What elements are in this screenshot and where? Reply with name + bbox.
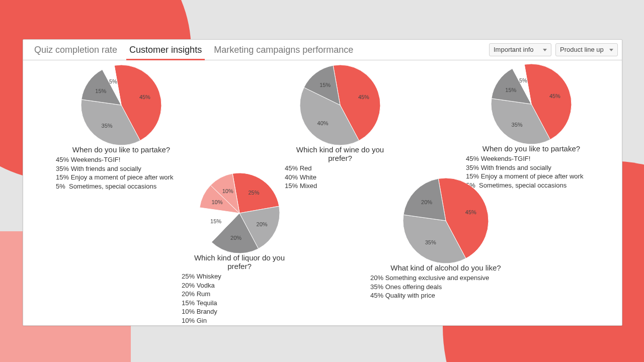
tab-marketing-campaigns[interactable]: Marketing campaigns performance [208,40,359,60]
pie-slice-label: 45% [465,209,476,215]
chevron-down-icon [609,49,613,51]
pie-chart: 45%35%20% [403,178,489,263]
pie-slice-label: 5% [109,78,117,84]
pie-slice-label: 25% [248,190,259,196]
pie-slice-label: 20% [230,235,242,241]
pie-slice-label: 10% [211,199,222,205]
pie-slice-label: 35% [512,122,523,128]
dropdown-product-lineup[interactable]: Product line up [555,43,618,56]
legend: 25% Whiskey20% Vodka20% Rum15% Tequila10… [182,272,297,325]
pie-slice-label: 15% [95,88,106,94]
chart-block-partake-2: 45%35%15%5%When do you like to partake?4… [466,64,597,190]
legend-item: 5% Sometimes, special occasions [56,182,187,191]
legend-item: 45% Weekends-TGIF! [466,154,597,163]
dropdown-label: Product line up [560,46,604,53]
pie-chart: 45%40%15% [300,65,380,145]
pie-slice-label: 15% [319,82,331,88]
legend-item: 25% Whiskey [182,272,297,281]
pie-slice-label: 20% [257,221,268,227]
tab-quiz-completion-rate[interactable]: Quiz completion rate [28,40,123,60]
legend: 45% Weekends-TGIF!35% With friends and s… [56,155,187,191]
legend-item: 45% Red [285,164,395,173]
pie-slice-label: 35% [425,239,436,245]
legend-item: 15% Enjoy a moment of piece after work [56,173,187,182]
chart-title: When do you like to partake? [56,145,187,154]
legend: 20% Something exclusive and expensive35%… [370,274,521,300]
dropdown-label: Important info [494,46,534,53]
tabbar: Quiz completion rate Customer insights M… [23,40,622,60]
chart-title: When do you like to partake? [466,144,597,153]
pie-slice-label: 45% [139,94,150,100]
chart-title: Which kind of wine do you prefer? [285,145,395,162]
pie-slice-label: 40% [317,120,329,126]
chevron-down-icon [543,49,547,51]
pie-chart: 25%20%20%15%10%10% [199,173,280,253]
legend-item: 20% Vodka [182,281,297,290]
legend-item: 45% Quality with price [370,291,521,300]
legend-item: 10% Brandy [182,307,297,316]
pie-slice-label: 20% [421,199,432,205]
pie-slice-label: 45% [549,93,560,99]
chart-block-wine: 45%40%15%Which kind of wine do you prefe… [285,65,395,191]
pie-slice-label: 15% [210,218,221,224]
legend-item: 35% Ones offering deals [370,283,521,292]
pie-slice-label: 45% [358,94,369,100]
pie-slice-label: 5% [519,77,527,83]
chart-block-partake-1: 45%35%15%5%When do you like to partake?4… [56,65,187,191]
legend-item: 10% Gin [182,316,297,325]
legend-item: 20% Rum [182,290,297,299]
legend-item: 45% Weekends-TGIF! [56,155,187,164]
insights-panel: Quiz completion rate Customer insights M… [23,39,622,326]
chart-block-liquor: 25%20%20%15%10%10%Which kind of liquor d… [182,173,297,325]
pie-chart: 45%35%15%5% [81,65,162,145]
pie-slice-label: 35% [102,123,113,129]
legend-item: 35% With friends and socially [56,164,187,173]
dropdown-important-info[interactable]: Important info [489,43,551,56]
chart-block-alcohol: 45%35%20%What kind of alcohol do you lik… [370,178,521,300]
legend-item: 35% With friends and socially [466,163,597,172]
pie-chart: 45%35%15%5% [491,64,572,144]
dropdown-group: Important info Product line up [489,43,618,56]
chart-title: Which kind of liquor do you prefer? [182,253,297,270]
legend-item: 15% Tequila [182,299,297,308]
chart-title: What kind of alcohol do you like? [370,263,521,272]
tab-customer-insights[interactable]: Customer insights [123,40,208,60]
pie-slice-label: 15% [505,87,516,93]
pie-slice-label: 10% [222,188,233,194]
legend-item: 20% Something exclusive and expensive [370,274,521,283]
